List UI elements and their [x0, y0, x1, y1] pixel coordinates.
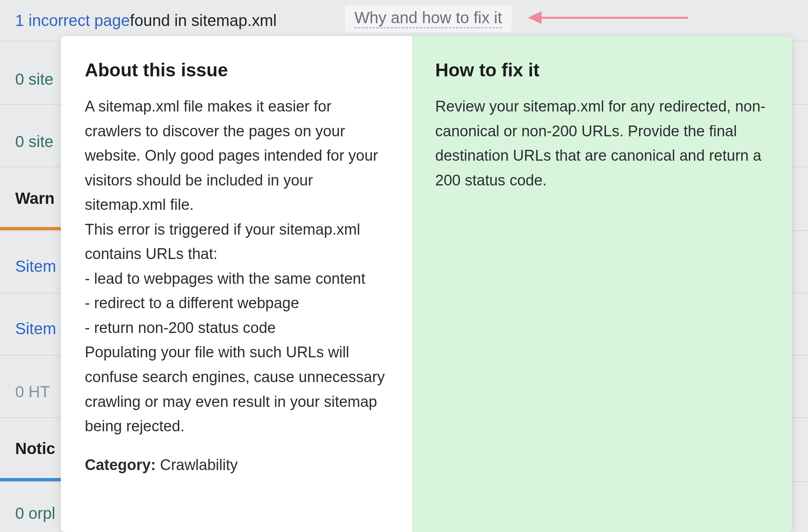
sidebar-heading-warnings: Warn	[15, 189, 55, 207]
about-heading: About this issue	[85, 59, 390, 81]
about-column: About this issue A sitemap.xml file make…	[61, 36, 413, 532]
about-body: A sitemap.xml file makes it easier for c…	[85, 94, 390, 439]
issue-detail-popup: About this issue A sitemap.xml file make…	[61, 36, 792, 532]
sidebar-heading-notices: Notic	[15, 440, 55, 458]
why-and-how-label: Why and how to fix it	[354, 9, 502, 28]
category-value: Crawlability	[156, 456, 238, 473]
notices-underline	[0, 478, 61, 481]
warnings-underline	[0, 227, 61, 230]
why-and-how-link[interactable]: Why and how to fix it	[345, 5, 512, 32]
sidebar-item[interactable]: 0 HT	[15, 383, 50, 401]
issue-header-tail: found in sitemap.xml	[130, 12, 277, 30]
fix-column: How to fix it Review your sitemap.xml fo…	[413, 36, 792, 532]
sidebar-item[interactable]: 0 site	[15, 133, 54, 151]
fix-body: Review your sitemap.xml for any redirect…	[435, 94, 770, 193]
fix-heading: How to fix it	[435, 59, 770, 81]
sidebar-item[interactable]: 0 site	[15, 70, 54, 88]
category-row: Category: Crawlability	[85, 456, 390, 474]
category-label: Category:	[85, 456, 156, 473]
sidebar-item[interactable]: Sitem	[15, 320, 56, 338]
background-list: 1 incorrect page found in sitemap.xml Wh…	[0, 0, 808, 532]
sidebar-item[interactable]: 0 orpl	[15, 504, 55, 522]
sidebar-item[interactable]: Sitem	[15, 257, 56, 275]
incorrect-pages-link[interactable]: 1 incorrect page	[15, 12, 130, 30]
